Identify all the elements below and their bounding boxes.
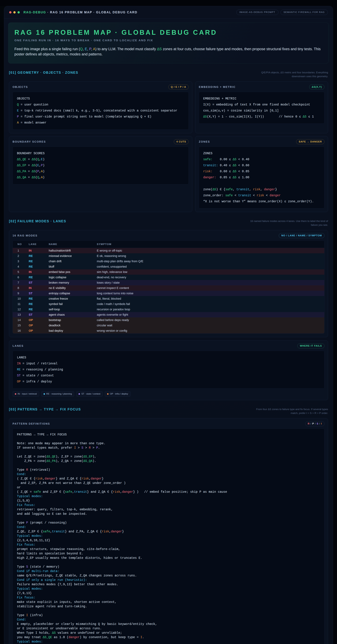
hero-panel: RAG 16 PROBLEM MAP · GLOBAL DEBUG CARD O… — [8, 22, 329, 64]
table-row: 15OPdeadlockcircular wait — [13, 323, 324, 328]
table-header-row: NO LANE NAME SYMPTOM — [13, 240, 324, 248]
cell-lane: ST — [27, 292, 48, 295]
column-header-no: NO — [13, 243, 27, 246]
close-window-icon[interactable] — [9, 11, 12, 14]
lane-legend-chip: ST · state / context — [76, 391, 102, 396]
cell-symptom: loses story / state — [96, 281, 324, 284]
code-line: make state explicit in inputs, shorten a… — [17, 600, 320, 604]
page-subtitle: ONE FAILING RUN IN · 16 WAYS TO BREAK · … — [14, 39, 322, 42]
cell-name: chain drift — [48, 260, 96, 263]
badge-semantic-firewall: SEMANTIC FIREWALL FOR RAG — [280, 10, 328, 15]
page-background: RAG-DEBUG · RAG 16 PROBLEM MAP · GLOBAL … — [0, 6, 337, 644]
cell-symptom: flat, literal, blocked — [96, 297, 324, 300]
panel-patterns-label: PATTERN DEFINITIONS — [12, 422, 50, 425]
cell-lane: IN — [27, 286, 48, 290]
section-geometry: [01] GEOMETRY · OBJECTS · ZONES Q/E/P/A … — [9, 71, 328, 212]
cell-symptom: E wrong or off-topic — [96, 249, 324, 252]
lane-legend-chip: RE · reasoning / planning — [41, 391, 74, 396]
panel-embedding-badge: ΔS(X,Y) — [309, 84, 324, 90]
cell-no: 12 — [13, 308, 27, 311]
cell-symptom: cannot inspect E content — [96, 286, 324, 290]
lane-dot-icon — [107, 393, 108, 395]
cell-lane: RE — [27, 265, 48, 268]
table-row: 9STentropy collapselong context turns in… — [13, 291, 324, 296]
cell-symptom: circular wait — [96, 324, 324, 327]
column-header-name: NAME — [48, 243, 96, 246]
code-line: Typical modes: — [17, 587, 320, 591]
code-line: ΔS_PA = ΔS(P,A) — [17, 168, 184, 174]
maximize-window-icon[interactable] — [18, 11, 20, 14]
cell-symptom: confident, unsupported — [96, 265, 324, 268]
code-line: {1,5,8} — [17, 498, 320, 503]
code-line: Cond if multi-run data: — [17, 569, 320, 574]
patterns-code-block: PATTERNS → TYPE → FIX FOCUS Note: one mo… — [12, 428, 324, 644]
cell-symptom: multi-step plan drifts away from Q/E — [96, 260, 324, 263]
code-line: {7,9,13} — [17, 591, 320, 596]
code-line: ZONES — [203, 150, 320, 156]
cell-no: 5 — [13, 270, 27, 274]
code-line: zone_order: safe < transit < risk < dang… — [203, 192, 320, 198]
table-row: 16OPbad deploywrong version or config — [13, 328, 324, 334]
code-line: ΔS(X,Y) = 1 - cos_sim(I(X), I(Y)) // hen… — [203, 114, 320, 120]
lane-legend-label: OP · infra / deploy — [110, 392, 128, 395]
column-header-symptom: SYMPTOM — [96, 243, 324, 246]
cell-lane: RE — [27, 297, 48, 300]
panel-zones-label: ZONES — [199, 140, 210, 143]
code-line: ΔS_EP = ΔS(E,P) — [17, 162, 184, 168]
cell-lane: OP — [27, 329, 48, 332]
code-line: Cond: — [17, 472, 320, 476]
code-line: Type S (state / memory) — [17, 565, 320, 569]
code-line: cos_sim(u,v) = cosine similarity in [0,1… — [203, 108, 320, 114]
lane-legend-label: ST · state / context — [81, 392, 100, 395]
panel-boundary-badge: 4 CUTS — [174, 139, 189, 144]
table-row: 14OPbootstrapcalled before deps ready — [13, 318, 324, 323]
code-line — [17, 450, 320, 454]
cell-symptom: long context turns into noise — [96, 292, 324, 295]
panel-modes-label: 16 RAG MODES — [12, 234, 38, 237]
code-line: ( Z_QE = safe and Z_EP ∈ {safe,transit} … — [17, 490, 320, 494]
cell-symptom: code / math / symbols fail — [96, 302, 324, 306]
code-line: E = top-k retrieved docs (small k, e.g.,… — [17, 108, 184, 114]
geometry-grid: OBJECTS Q / E / P / A OBJECTSQ = user qu… — [9, 82, 328, 212]
cell-name: logic collapse — [48, 276, 96, 279]
titlebar-badges: IMAGE-AS-DEBUG PROMPT SEMANTIC FIREWALL … — [236, 10, 328, 15]
table-row: 1INhallucination/driftE wrong or off-top… — [13, 248, 324, 253]
zones-code-block: ZONESsafe: 0.00 ≤ ΔS < 0.40transit: 0.40… — [199, 146, 324, 208]
cell-no: 3 — [13, 260, 27, 263]
code-line: risk: 0.60 ≤ ΔS < 0.85 — [203, 168, 320, 174]
cell-name: no E visibility — [48, 286, 96, 290]
table-body: 1INhallucination/driftE wrong or off-top… — [13, 248, 324, 334]
code-line: When Type I holds, ΔS values are undefin… — [17, 631, 320, 635]
table-row: 3REchain driftmulti-step plan drifts awa… — [13, 259, 324, 264]
code-line: same Q/E/P/settings, Z_QE stable, Z_QA c… — [17, 574, 320, 578]
minimize-window-icon[interactable] — [13, 11, 16, 14]
cell-name: entropy collapse — [48, 292, 96, 295]
table-row: 11REsymbol failcode / math / symbols fai… — [13, 301, 324, 307]
cell-no: 6 — [13, 276, 27, 279]
cell-no: 10 — [13, 297, 27, 300]
code-line — [17, 609, 320, 613]
code-line: prompt structure, stepwise reasoning, ci… — [17, 547, 320, 552]
code-line: BOUNDARY SCORES — [17, 150, 184, 156]
code-line: and Z_EP, Z_PA are not worse than Z_QE u… — [17, 481, 320, 485]
cell-lane: RE — [27, 260, 48, 263]
panel-lanes-label: LANES — [12, 344, 24, 348]
objects-code-block: OBJECTSQ = user questionE = top-k retrie… — [12, 92, 189, 130]
cell-symptom: wrong version or config — [96, 329, 324, 332]
cell-lane: OP — [27, 324, 48, 327]
code-line: Cond if only a single run (heuristic): — [17, 578, 320, 582]
code-line: Note: one mode may appear in more than o… — [17, 441, 320, 446]
section-failure-modes-note: 16 named failure modes across 4 lanes. U… — [248, 219, 328, 227]
cell-name: hallucination/drift — [48, 249, 96, 252]
table-row: 4REbluffconfident, unsupported — [13, 264, 324, 269]
cell-lane: RE — [27, 308, 48, 311]
badge-image-as-debug-prompt: IMAGE-AS-DEBUG PROMPT — [236, 10, 278, 15]
code-line: Type I (infra) — [17, 613, 320, 618]
panel-objects-badge: Q / E / P / A — [168, 84, 189, 90]
embedding-code-block: EMBEDDING + METRICI(X) = embedding of te… — [199, 92, 324, 124]
section-failure-modes: [02] FAILURE MODES · LANES 16 named fail… — [9, 219, 328, 400]
table-row: 8INno E visibilitycannot inspect E conte… — [13, 285, 324, 291]
code-line: E empty, placeholder or clearly mismatch… — [17, 622, 320, 626]
debug-card-window: RAG-DEBUG · RAG 16 PROBLEM MAP · GLOBAL … — [4, 6, 333, 644]
cell-no: 8 — [13, 286, 27, 290]
